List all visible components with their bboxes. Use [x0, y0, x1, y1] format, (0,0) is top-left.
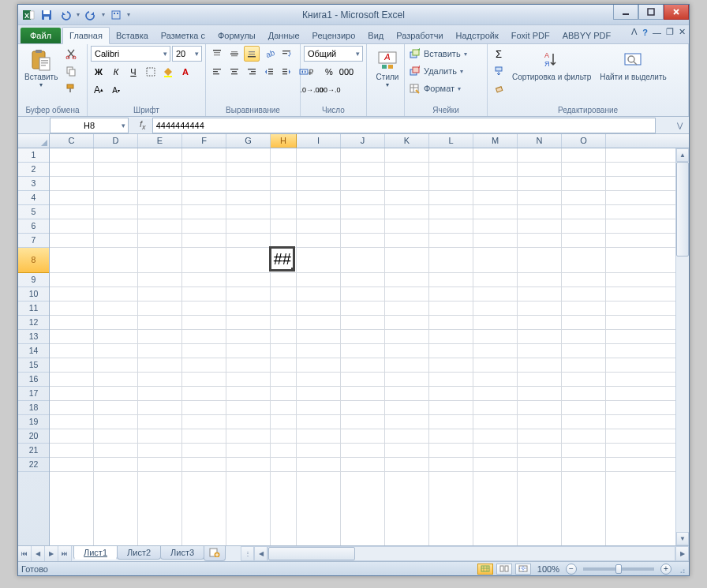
column-header[interactable]: E — [138, 134, 182, 148]
qat-customize-icon[interactable]: ▾ — [127, 11, 130, 18]
page-layout-view-button[interactable] — [496, 564, 512, 575]
row-header[interactable]: 10 — [18, 287, 49, 301]
sheet-nav-next[interactable]: ▶ — [45, 546, 58, 561]
bold-button[interactable]: Ж — [91, 64, 107, 80]
minimize-button[interactable] — [613, 5, 638, 20]
sheet-nav-prev[interactable]: ◀ — [32, 546, 45, 561]
paste-button[interactable]: Вставить ▾ — [21, 46, 61, 90]
hscroll-thumb[interactable] — [268, 547, 355, 560]
scroll-left-button[interactable]: ◀ — [254, 546, 267, 561]
scroll-up-button[interactable]: ▲ — [676, 148, 689, 162]
row-header[interactable]: 3 — [18, 177, 49, 191]
row-header[interactable]: 9 — [18, 273, 49, 287]
normal-view-button[interactable] — [477, 564, 493, 575]
formula-bar-expand-icon[interactable]: ⋁ — [673, 122, 686, 129]
row-header[interactable]: 12 — [18, 316, 49, 330]
redo-dropdown-icon[interactable]: ▾ — [102, 11, 105, 18]
sheet-tab[interactable]: Лист3 — [160, 546, 204, 560]
scroll-right-button[interactable]: ▶ — [675, 546, 689, 561]
column-header[interactable]: J — [341, 134, 385, 148]
vertical-scrollbar[interactable]: ▲ ▼ — [675, 148, 689, 545]
copy-button[interactable] — [63, 63, 79, 79]
borders-button[interactable] — [143, 64, 159, 80]
column-header[interactable]: M — [473, 134, 518, 148]
increase-indent-button[interactable] — [279, 64, 294, 80]
align-center-button[interactable] — [226, 64, 242, 80]
row-header[interactable]: 13 — [18, 330, 49, 344]
tab-view[interactable]: Вид — [361, 28, 390, 43]
sheet-nav-first[interactable]: ⏮ — [18, 546, 32, 561]
row-header[interactable]: 22 — [18, 458, 49, 472]
tab-home[interactable]: Главная — [62, 27, 110, 44]
column-header[interactable]: I — [297, 134, 341, 148]
row-header[interactable]: 19 — [18, 415, 49, 429]
chevron-down-icon[interactable]: ▾ — [460, 68, 463, 75]
maximize-button[interactable] — [638, 5, 664, 20]
sort-filter-button[interactable]: АЯ Сортировка и фильтр — [509, 46, 594, 83]
sheet-tab[interactable]: Лист2 — [117, 546, 161, 560]
horizontal-scrollbar[interactable]: ⋮ ◀ ▶ — [241, 546, 689, 561]
column-header[interactable]: F — [182, 134, 226, 148]
tab-developer[interactable]: Разработчи — [390, 28, 449, 43]
close-button[interactable] — [664, 5, 689, 20]
number-format-combo[interactable]: Общий — [304, 46, 363, 62]
font-color-button[interactable]: A — [178, 64, 193, 80]
column-header[interactable]: O — [562, 134, 606, 148]
ribbon-minimize-icon[interactable]: ᐱ — [631, 27, 638, 37]
row-header[interactable]: 15 — [18, 358, 49, 373]
row-header[interactable]: 7 — [18, 234, 49, 248]
align-left-button[interactable] — [209, 64, 225, 80]
column-header[interactable]: L — [429, 134, 473, 148]
redo-button[interactable] — [83, 7, 99, 23]
zoom-slider[interactable] — [583, 567, 654, 571]
row-header[interactable]: 18 — [18, 401, 49, 415]
help-icon[interactable]: ? — [642, 28, 648, 37]
align-bottom-button[interactable] — [244, 46, 260, 62]
font-size-combo[interactable]: 20 — [172, 46, 202, 62]
wrap-text-button[interactable] — [279, 46, 294, 62]
zoom-in-button[interactable]: + — [660, 564, 671, 575]
active-cell[interactable]: ## — [269, 246, 295, 272]
column-header[interactable]: D — [94, 134, 138, 148]
align-middle-button[interactable] — [226, 46, 242, 62]
tab-abbyy[interactable]: ABBYY PDF — [556, 28, 618, 43]
zoom-value[interactable]: 100% — [537, 564, 559, 574]
row-header[interactable]: 21 — [18, 444, 49, 458]
save-button[interactable] — [39, 7, 54, 23]
orientation-button[interactable]: ab — [261, 46, 277, 62]
percent-button[interactable]: % — [321, 64, 337, 80]
find-select-button[interactable]: Найти и выделить — [597, 46, 669, 83]
tab-page-layout[interactable]: Разметка с — [155, 28, 211, 43]
cells-area[interactable]: ## — [50, 148, 675, 545]
row-header[interactable]: 8 — [18, 248, 49, 273]
undo-dropdown-icon[interactable]: ▾ — [77, 11, 80, 18]
delete-cells-button[interactable]: Удалить — [424, 66, 457, 76]
currency-button[interactable]: ₽ — [304, 64, 320, 80]
undo-button[interactable] — [58, 7, 73, 23]
column-header[interactable]: N — [518, 134, 562, 148]
file-tab[interactable]: Файл — [21, 28, 61, 43]
decrease-decimal-button[interactable]: .00→.0 — [321, 82, 337, 98]
format-cells-button[interactable]: Формат — [424, 84, 454, 93]
column-header[interactable]: H — [271, 134, 297, 148]
scroll-down-button[interactable]: ▼ — [676, 532, 689, 545]
styles-button[interactable]: A Стили ▾ — [370, 46, 405, 90]
tab-formulas[interactable]: Формулы — [211, 28, 262, 43]
italic-button[interactable]: К — [108, 64, 124, 80]
page-break-view-button[interactable] — [515, 564, 531, 575]
row-header[interactable]: 11 — [18, 301, 49, 316]
new-sheet-button[interactable] — [204, 546, 226, 561]
row-header[interactable]: 14 — [18, 344, 49, 358]
fill-color-button[interactable] — [160, 64, 176, 80]
fx-button[interactable]: fx — [140, 119, 146, 131]
row-header[interactable]: 5 — [18, 205, 49, 219]
tab-data[interactable]: Данные — [262, 28, 306, 43]
column-header[interactable]: C — [50, 134, 94, 148]
column-header[interactable]: G — [226, 134, 271, 148]
zoom-out-button[interactable]: − — [566, 564, 577, 575]
row-header[interactable]: 20 — [18, 429, 49, 444]
formula-input[interactable]: 4444444444 — [152, 118, 656, 133]
tab-foxit[interactable]: Foxit PDF — [505, 28, 556, 43]
workbook-minimize-icon[interactable]: ― — [653, 28, 661, 37]
name-box[interactable]: H8 — [50, 118, 129, 133]
